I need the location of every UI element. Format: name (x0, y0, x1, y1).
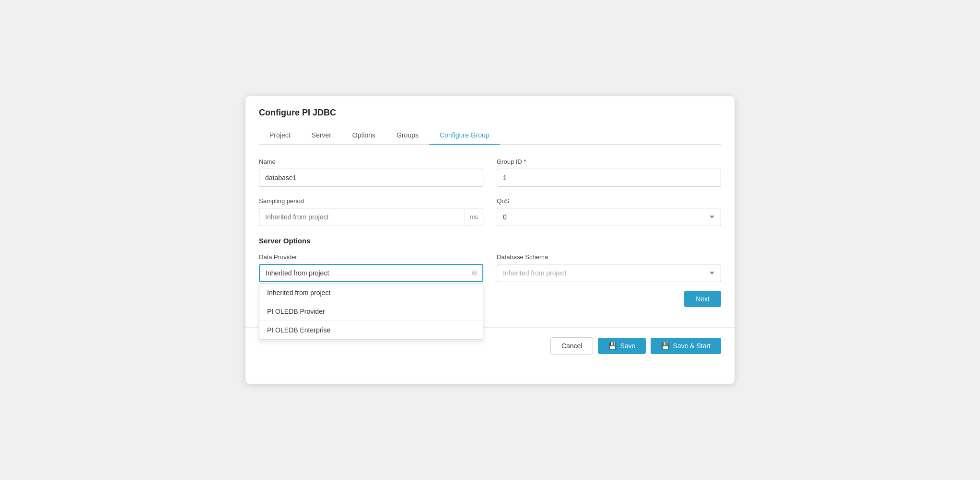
dialog-header: Configure PI JDBC Project Server Options… (245, 96, 735, 145)
tab-server[interactable]: Server (301, 126, 342, 145)
next-button[interactable]: Next (684, 291, 721, 307)
sampling-period-group: Sampling period ms (259, 197, 483, 226)
dropdown-item-inherited[interactable]: Inherited from project (259, 284, 483, 302)
save-start-icon: 💾 (661, 342, 669, 350)
tabs-bar: Project Server Options Groups Configure … (259, 126, 721, 145)
save-button[interactable]: 💾 Save (598, 338, 646, 354)
save-icon: 💾 (608, 342, 617, 350)
data-provider-group: Data Provider ⊗ Inherited from project P… (259, 253, 483, 316)
data-provider-clear-icon[interactable]: ⊗ (467, 268, 482, 277)
data-provider-dropdown: ⊗ Inherited from project PI OLEDB Provid… (259, 264, 483, 282)
dialog-body: Name Group ID * Sampling period ms QoS (245, 145, 735, 316)
data-provider-input-row[interactable]: ⊗ (259, 264, 483, 282)
tab-project[interactable]: Project (259, 126, 301, 145)
configure-pi-jdbc-dialog: Configure PI JDBC Project Server Options… (245, 96, 735, 384)
dialog-title: Configure PI JDBC (259, 108, 721, 118)
sampling-period-suffix: ms (465, 208, 483, 226)
cancel-button[interactable]: Cancel (550, 337, 594, 354)
name-label: Name (259, 158, 483, 165)
next-button-row: Next (497, 291, 721, 307)
database-schema-group: Database Schema Inherited from project N… (497, 253, 721, 316)
save-start-button[interactable]: 💾 Save & Start (651, 338, 721, 354)
sampling-qos-row: Sampling period ms QoS 0 1 2 (259, 197, 721, 226)
group-id-label: Group ID * (497, 158, 721, 165)
sampling-period-label: Sampling period (259, 197, 483, 205)
dropdown-item-oledb-enterprise[interactable]: PI OLEDB Enterprise (259, 320, 483, 339)
tab-configure-group[interactable]: Configure Group (429, 126, 500, 145)
group-id-group: Group ID * (497, 158, 721, 187)
name-groupid-row: Name Group ID * (259, 158, 721, 187)
data-provider-dropdown-list: Inherited from project PI OLEDB Provider… (259, 283, 483, 340)
dropdown-item-oledb-provider[interactable]: PI OLEDB Provider (259, 302, 483, 320)
data-provider-schema-row: Data Provider ⊗ Inherited from project P… (259, 253, 721, 316)
database-schema-select[interactable]: Inherited from project (497, 264, 721, 282)
data-provider-label: Data Provider (259, 253, 483, 261)
qos-select[interactable]: 0 1 2 (497, 208, 721, 226)
tab-groups[interactable]: Groups (386, 126, 429, 145)
group-id-input[interactable] (497, 169, 721, 187)
save-start-label: Save & Start (673, 342, 711, 350)
qos-group: QoS 0 1 2 (497, 197, 721, 226)
sampling-period-input-wrapper: ms (259, 208, 483, 226)
name-group: Name (259, 158, 483, 187)
save-label: Save (620, 342, 635, 350)
qos-select-wrapper: 0 1 2 (497, 208, 721, 226)
qos-label: QoS (497, 197, 721, 205)
name-input[interactable] (259, 169, 483, 187)
data-provider-input[interactable] (260, 265, 467, 281)
server-options-title: Server Options (259, 237, 721, 245)
sampling-period-input[interactable] (259, 208, 465, 226)
database-schema-label: Database Schema (497, 253, 721, 261)
database-schema-select-wrapper: Inherited from project (497, 264, 721, 282)
tab-options[interactable]: Options (342, 126, 386, 145)
